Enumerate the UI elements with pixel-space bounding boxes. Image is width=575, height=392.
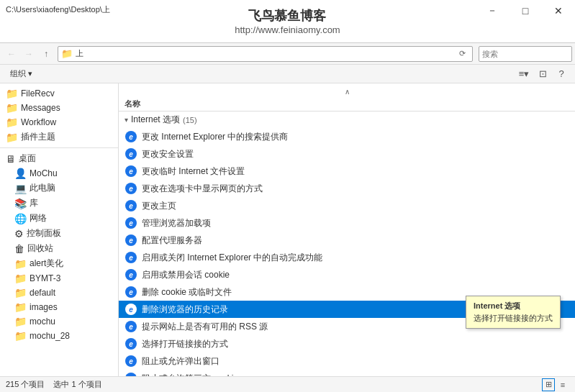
status-view-list[interactable]: ⊞ — [542, 378, 555, 391]
sidebar-item-mochu2[interactable]: 📁 mochu — [0, 314, 118, 329]
sidebar-item-network[interactable]: 🌐 网络 — [0, 211, 118, 226]
help-button[interactable]: ? — [553, 66, 569, 82]
list-item[interactable]: e 管理浏览器加载项 — [119, 214, 575, 232]
list-item[interactable]: e 更改主页 — [119, 197, 575, 214]
computer-icon: 💻 — [14, 183, 27, 194]
list-item[interactable]: e 更改 Internet Explorer 中的搜索提供商 — [119, 128, 575, 145]
sidebar-label: 控制面板 — [27, 227, 61, 240]
organize-button[interactable]: 组织 ▾ — [6, 67, 37, 81]
address-bar[interactable]: 📁 上 ⟳ — [58, 46, 473, 62]
back-button[interactable]: ← — [3, 45, 20, 63]
item-label: 更改安全设置 — [142, 148, 194, 160]
sidebar-label: 库 — [30, 197, 38, 209]
person-icon: 👤 — [14, 168, 27, 179]
list-item[interactable]: e 更改临时 Internet 文件设置 — [119, 163, 575, 180]
collapse-arrow-icon: ▾ — [124, 116, 128, 124]
view-button[interactable]: ≡▾ — [516, 66, 532, 82]
sidebar-label: MoChu — [30, 168, 58, 178]
ie-icon: e — [124, 147, 137, 160]
window-controls: － □ ✕ — [476, 0, 575, 22]
sidebar-item-desktop[interactable]: 🖥 桌面 — [0, 151, 118, 166]
forward-button[interactable]: → — [20, 45, 37, 63]
section-title: Internet 选项 — [131, 114, 180, 126]
folder-icon: 📁 — [6, 88, 18, 99]
item-label: 更改临时 Internet 文件设置 — [142, 165, 245, 178]
sidebar-item-images[interactable]: 📁 images — [0, 300, 118, 314]
content-area: ∧ 名称 ▾ Internet 选项 (15) e 更改 Internet Ex… — [119, 83, 575, 376]
address-text: 上 — [76, 48, 455, 59]
sidebar-item-mochu[interactable]: 👤 MoChu — [0, 166, 118, 181]
sidebar-label: 桌面 — [19, 152, 36, 165]
folder-icon: 📁 — [14, 330, 27, 342]
refresh-button[interactable]: ⟳ — [455, 46, 469, 62]
list-item[interactable]: e 启用或关闭 Internet Explorer 中的自动完成功能 — [119, 249, 575, 266]
sort-arrow: ∧ — [119, 86, 575, 97]
sidebar-label: BYMT-3 — [30, 273, 60, 283]
search-input[interactable] — [482, 50, 575, 58]
ie-icon: e — [124, 372, 137, 376]
address-toolbar: ← → ↑ 📁 上 ⟳ 🔍 — [0, 43, 575, 65]
sidebar-label: Messages — [21, 103, 60, 113]
list-item[interactable]: e 删除 cookie 或临时文件 — [119, 283, 575, 301]
list-item[interactable]: e 阻止或允许弹出窗口 — [119, 352, 575, 370]
item-label: 阻止或允许弹出窗口 — [142, 355, 219, 368]
sidebar-label: Workflow — [21, 117, 56, 127]
sidebar-item-recycle[interactable]: 🗑 回收站 — [0, 241, 118, 256]
folder-icon: 📁 — [14, 273, 27, 284]
item-label: 管理浏览器加载项 — [142, 217, 211, 229]
item-label: 删除 cookie 或临时文件 — [142, 286, 232, 298]
ie-icon: e — [124, 286, 137, 298]
item-label: 启用或关闭 Internet Explorer 中的自动完成功能 — [142, 252, 322, 264]
sidebar: 📁 FileRecv 📁 Messages 📁 Workflow 📁 插件主题 … — [0, 83, 119, 376]
close-button[interactable]: ✕ — [542, 0, 575, 22]
window-path: C:\Users\xiaofeng\Desktop\上 — [6, 4, 110, 15]
section-header-internet[interactable]: ▾ Internet 选项 (15) — [119, 111, 575, 128]
up-button[interactable]: ↑ — [37, 45, 55, 63]
item-label: 启用或禁用会话 cookie — [142, 269, 230, 281]
list-item[interactable]: e 启用或禁用会话 cookie — [119, 266, 575, 283]
folder-icon: 📁 — [14, 287, 27, 298]
list-item[interactable]: e 更改在选项卡中显示网页的方式 — [119, 180, 575, 197]
list-item[interactable]: e 阻止或允许第三方 cookie — [119, 370, 575, 376]
status-view-details[interactable]: ≡ — [556, 378, 569, 391]
folder-icon: 📁 — [14, 258, 27, 270]
sidebar-item-library[interactable]: 📚 库 — [0, 196, 118, 211]
sidebar-label: 网络 — [30, 212, 47, 224]
desktop-icon: 🖥 — [6, 153, 16, 165]
list-item[interactable]: e 配置代理服务器 — [119, 232, 575, 249]
list-item[interactable]: e 提示网站上是否有可用的 RSS 源 — [119, 318, 575, 335]
sidebar-item-messages[interactable]: 📁 Messages — [0, 101, 118, 115]
ie-icon: e — [124, 355, 137, 368]
sidebar-section-desktop — [0, 147, 118, 148]
sidebar-item-default[interactable]: 📁 default — [0, 286, 118, 300]
list-item[interactable]: e 更改安全设置 — [119, 145, 575, 163]
sidebar-item-controlpanel[interactable]: ⚙ 控制面板 — [0, 226, 118, 241]
ie-icon: e — [124, 303, 137, 316]
ie-icon: e — [124, 165, 137, 178]
sidebar-label: 此电脑 — [30, 182, 55, 194]
preview-button[interactable]: ⊡ — [535, 66, 551, 82]
folder-icon: 📁 — [6, 102, 18, 114]
sidebar-item-plugins[interactable]: 📁 插件主题 — [0, 129, 118, 145]
sidebar-item-filerecv[interactable]: 📁 FileRecv — [0, 86, 118, 101]
list-item-selected[interactable]: e 删除浏览器的历史记录 — [119, 301, 575, 318]
search-bar[interactable]: 🔍 — [479, 46, 572, 62]
sidebar-label: 回收站 — [27, 242, 53, 255]
toolbar-right: ≡▾ ⊡ ? — [516, 66, 569, 82]
sidebar-label: 插件主题 — [21, 131, 55, 143]
sidebar-label: mochu_28 — [30, 331, 70, 341]
main-title: 飞鸟慕鱼博客 — [235, 7, 340, 24]
network-icon: 🌐 — [14, 213, 27, 224]
selected-count: 选中 1 个项目 — [53, 379, 101, 390]
folder-icon: 📁 — [6, 117, 18, 128]
list-item[interactable]: e 选择打开链接接的方式 — [119, 335, 575, 352]
maximize-button[interactable]: □ — [509, 0, 542, 22]
sidebar-item-alertbeauty[interactable]: 📁 alert美化 — [0, 256, 118, 271]
minimize-button[interactable]: － — [476, 0, 509, 22]
sidebar-item-workflow[interactable]: 📁 Workflow — [0, 115, 118, 129]
sidebar-item-mochu28[interactable]: 📁 mochu_28 — [0, 329, 118, 343]
sidebar-item-bymt3[interactable]: 📁 BYMT-3 — [0, 271, 118, 286]
sidebar-item-thispc[interactable]: 💻 此电脑 — [0, 181, 118, 196]
organize-toolbar: 组织 ▾ ≡▾ ⊡ ? — [0, 65, 575, 83]
item-label: 阻止或允许第三方 cookie — [142, 373, 238, 377]
